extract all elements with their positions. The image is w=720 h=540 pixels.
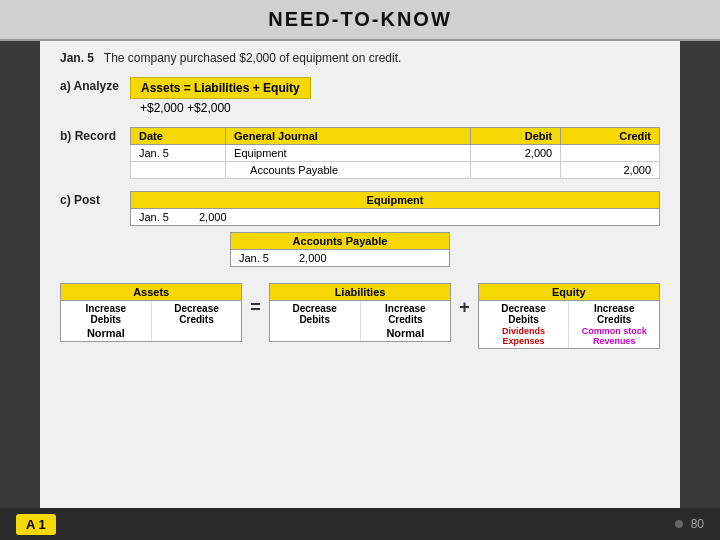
ap-amount: 2,000 (299, 252, 327, 264)
equipment-ledger-row: Jan. 5 2,000 (131, 209, 659, 225)
cell-debit-2 (471, 162, 561, 179)
cell-account-2: Accounts Payable (226, 162, 471, 179)
equity-header: Equity (479, 284, 659, 301)
liabilities-col1: DecreaseDebits (270, 301, 361, 341)
equation-sub: +$2,000 +$2,000 (130, 101, 660, 115)
liabilities-header: Liabilities (270, 284, 450, 301)
assets-header: Assets (61, 284, 241, 301)
equation-area: Assets IncreaseDebits Normal DecreaseCre… (60, 283, 660, 349)
equipment-amount: 2,000 (199, 211, 227, 223)
ap-ledger-header: Accounts Payable (231, 233, 449, 250)
commonstock-revenues-label: Common stockRevenues (573, 326, 655, 346)
record-content: Date General Journal Debit Credit Jan. 5… (130, 127, 660, 179)
col-credit: Credit (561, 128, 660, 145)
dot-icon (675, 520, 683, 528)
record-label: b) Record (60, 127, 130, 143)
ap-date: Jan. 5 (239, 252, 269, 264)
page-title: NEED-TO-KNOW (268, 8, 452, 30)
a1-badge: A 1 (16, 514, 56, 535)
operator1: = (250, 283, 261, 318)
accounts-payable-ledger: Accounts Payable Jan. 5 2,000 (230, 232, 450, 267)
intro-date: Jan. 5 (60, 51, 94, 65)
equation-banner: Assets = Liabilities + Equity (130, 77, 311, 99)
main-container: NEED-TO-KNOW Jan. 5 The company purchase… (0, 0, 720, 540)
title-bar: NEED-TO-KNOW (0, 0, 720, 41)
equipment-ledger: Equipment Jan. 5 2,000 (130, 191, 660, 226)
post-content: Equipment Jan. 5 2,000 Accounts Payable … (130, 191, 660, 267)
assets-body: IncreaseDebits Normal DecreaseCredits (61, 301, 241, 341)
equipment-ledger-header: Equipment (131, 192, 659, 209)
analyze-content: Assets = Liabilities + Equity +$2,000 +$… (130, 77, 660, 115)
cell-debit-1: 2,000 (471, 145, 561, 162)
col-debit: Debit (471, 128, 561, 145)
liabilities-col2: IncreaseCredits Normal (361, 301, 451, 341)
equity-body: DecreaseDebits DividendsExpenses Increas… (479, 301, 659, 348)
liabilities-box: Liabilities DecreaseDebits IncreaseCredi… (269, 283, 451, 342)
operator2: + (459, 283, 470, 318)
ap-ledger-row: Jan. 5 2,000 (231, 250, 449, 266)
equity-increase-label: IncreaseCredits (573, 303, 655, 325)
liabilities-decrease-label: DecreaseDebits (274, 303, 356, 325)
page-num-text: 80 (691, 517, 704, 531)
intro-text: The company purchased $2,000 of equipmen… (104, 51, 402, 65)
cell-account-1: Equipment (226, 145, 471, 162)
dividends-expenses-label: DividendsExpenses (483, 326, 565, 346)
intro-line: Jan. 5 The company purchased $2,000 of e… (60, 51, 660, 65)
cell-date-1: Jan. 5 (131, 145, 226, 162)
col-general-journal: General Journal (226, 128, 471, 145)
cell-credit-2: 2,000 (561, 162, 660, 179)
journal-table: Date General Journal Debit Credit Jan. 5… (130, 127, 660, 179)
assets-normal: Normal (65, 327, 147, 339)
analyze-label: a) Analyze (60, 77, 130, 93)
assets-decrease-label: DecreaseCredits (156, 303, 238, 325)
col-date: Date (131, 128, 226, 145)
table-row: Accounts Payable 2,000 (131, 162, 660, 179)
assets-col1: IncreaseDebits Normal (61, 301, 152, 341)
equity-decrease-label: DecreaseDebits (483, 303, 565, 325)
table-row: Jan. 5 Equipment 2,000 (131, 145, 660, 162)
post-label: c) Post (60, 191, 130, 207)
equipment-date: Jan. 5 (139, 211, 169, 223)
equity-col2: IncreaseCredits Common stockRevenues (569, 301, 659, 348)
page-number: 80 (675, 517, 704, 531)
liabilities-normal: Normal (365, 327, 447, 339)
liabilities-body: DecreaseDebits IncreaseCredits Normal (270, 301, 450, 341)
assets-increase-label: IncreaseDebits (65, 303, 147, 325)
section-analyze: a) Analyze Assets = Liabilities + Equity… (60, 77, 660, 115)
assets-col2: DecreaseCredits (152, 301, 242, 341)
liabilities-increase-label: IncreaseCredits (365, 303, 447, 325)
content-area: Jan. 5 The company purchased $2,000 of e… (40, 41, 680, 521)
section-record: b) Record Date General Journal Debit Cre… (60, 127, 660, 179)
bottom-bar: A 1 80 (0, 508, 720, 540)
equity-col1: DecreaseDebits DividendsExpenses (479, 301, 570, 348)
cell-date-2 (131, 162, 226, 179)
cell-credit-1 (561, 145, 660, 162)
section-post: c) Post Equipment Jan. 5 2,000 Accounts … (60, 191, 660, 267)
equity-box: Equity DecreaseDebits DividendsExpenses … (478, 283, 660, 349)
assets-box: Assets IncreaseDebits Normal DecreaseCre… (60, 283, 242, 342)
